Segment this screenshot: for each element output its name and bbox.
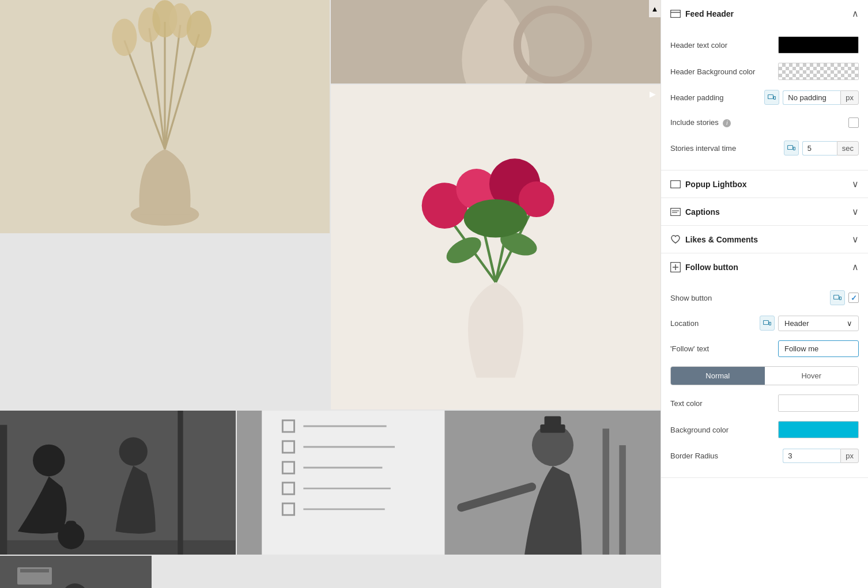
border-radius-input[interactable] (783, 449, 840, 463)
show-button-row: Show button (670, 285, 859, 310)
hover-tab[interactable]: Hover (765, 367, 859, 385)
location-dropdown-value: Header (784, 319, 809, 328)
include-stories-checkbox[interactable] (848, 117, 859, 128)
text-color-label: Text color (670, 399, 778, 408)
follow-button-icon (670, 262, 681, 272)
svg-rect-32 (178, 411, 183, 555)
svg-rect-52 (602, 428, 609, 555)
include-stories-text: Include stories (670, 118, 719, 127)
svg-rect-53 (619, 445, 626, 555)
show-button-checkbox[interactable] (848, 293, 859, 303)
svg-rect-61 (671, 10, 681, 17)
grid-row-3 (0, 556, 661, 588)
header-padding-value: px (764, 90, 859, 105)
bg-color-value (778, 421, 859, 438)
bg-color-swatch[interactable] (778, 421, 859, 438)
svg-rect-66 (793, 147, 795, 150)
location-dropdown-chevron: ∨ (847, 319, 852, 328)
header-padding-unit: px (840, 90, 859, 105)
popup-lightbox-toggle[interactable]: Popup Lightbox ∨ (661, 170, 868, 198)
feed-header-chevron: ∧ (852, 8, 859, 19)
stories-interval-input[interactable] (802, 141, 837, 155)
follow-button-chevron: ∧ (852, 261, 859, 272)
gym-svg (0, 411, 236, 555)
header-text-color-row: Header text color (670, 32, 859, 58)
header-bg-color-swatch[interactable] (778, 63, 859, 80)
grid-row-2 (0, 411, 661, 555)
header-text-color-label: Header text color (670, 41, 778, 50)
location-dropdown[interactable]: Header ∨ (778, 316, 859, 331)
image-flowers-beige (0, 0, 330, 233)
follow-text-input[interactable] (778, 340, 859, 357)
captions-chevron: ∨ (852, 206, 859, 217)
gym2-svg (0, 556, 152, 588)
stories-interval-value: sec (784, 141, 859, 155)
stories-interval-input-group: sec (802, 141, 859, 155)
svg-rect-57 (20, 569, 49, 572)
header-padding-input-group: px (783, 90, 859, 105)
bg-color-label: Background color (670, 426, 778, 434)
svg-rect-74 (834, 295, 839, 299)
image-gym2-bw (0, 556, 152, 588)
text-color-swatch[interactable] (778, 394, 859, 412)
header-padding-label: Header padding (670, 93, 764, 102)
include-stories-info[interactable]: i (723, 119, 731, 127)
captions-label-group: Captions (670, 207, 720, 217)
svg-rect-28 (0, 540, 236, 555)
follow-text-label: 'Follow' text (670, 344, 778, 353)
likes-comments-section: Likes & Comments ∨ (661, 226, 868, 253)
follow-button-section: Follow button ∧ Show button Location (661, 253, 868, 478)
captions-section: Captions ∨ (661, 198, 868, 226)
feed-header-title: Feed Header (685, 9, 734, 18)
feed-header-section: Feed Header ∧ Header text color Header B… (661, 0, 868, 170)
follow-button-title: Follow button (685, 263, 738, 272)
show-button-responsive-btn[interactable] (830, 290, 845, 305)
stories-interval-unit: sec (837, 141, 859, 155)
svg-rect-34 (66, 521, 77, 528)
feed-header-toggle[interactable]: Feed Header ∧ (661, 0, 868, 27)
image-gym-bw (0, 411, 236, 555)
svg-rect-64 (774, 97, 776, 100)
likes-comments-chevron: ∨ (852, 234, 859, 245)
captions-toggle[interactable]: Captions ∨ (661, 198, 868, 225)
border-radius-unit: px (840, 449, 859, 463)
settings-panel: Feed Header ∧ Header text color Header B… (661, 0, 868, 588)
image-flowers-pink: ▶ (331, 85, 661, 409)
likes-comments-toggle[interactable]: Likes & Comments ∨ (661, 226, 868, 253)
stories-interval-responsive-btn[interactable] (784, 141, 799, 155)
show-button-label: Show button (670, 294, 830, 302)
header-padding-input[interactable] (783, 90, 840, 105)
svg-rect-75 (840, 297, 841, 300)
svg-point-29 (33, 445, 65, 477)
image-whiteboard-bw (237, 411, 661, 555)
text-color-row: Text color (670, 390, 859, 416)
image-sculpture (331, 0, 661, 84)
svg-rect-63 (768, 95, 773, 99)
location-responsive-btn[interactable] (760, 316, 775, 331)
feed-header-label-group: Feed Header (670, 9, 734, 19)
svg-rect-76 (764, 321, 769, 325)
header-padding-row: Header padding px (670, 85, 859, 110)
text-color-value (778, 394, 859, 412)
feed-header-content: Header text color Header Background colo… (661, 27, 868, 170)
header-text-color-value (778, 36, 859, 54)
include-stories-label: Include stories i (670, 118, 848, 127)
follow-button-toggle[interactable]: Follow button ∧ (661, 253, 868, 280)
svg-rect-68 (671, 208, 681, 215)
popup-lightbox-chevron: ∨ (852, 179, 859, 189)
popup-lightbox-section: Popup Lightbox ∨ (661, 170, 868, 198)
normal-tab[interactable]: Normal (671, 367, 765, 385)
scroll-up-icon: ▲ (651, 5, 659, 13)
header-text-color-swatch[interactable] (778, 36, 859, 54)
svg-point-7 (112, 19, 137, 56)
stories-interval-row: Stories interval time sec (670, 135, 859, 161)
scroll-up-button[interactable]: ▲ (649, 0, 661, 17)
header-bg-color-value (778, 63, 859, 80)
header-padding-responsive-btn[interactable] (764, 90, 779, 105)
show-button-value (830, 290, 859, 305)
follow-button-content: Show button Location Header (661, 280, 868, 477)
svg-point-26 (464, 199, 528, 237)
follow-text-value (778, 340, 859, 357)
svg-point-30 (119, 437, 148, 465)
likes-comments-icon (670, 234, 681, 245)
